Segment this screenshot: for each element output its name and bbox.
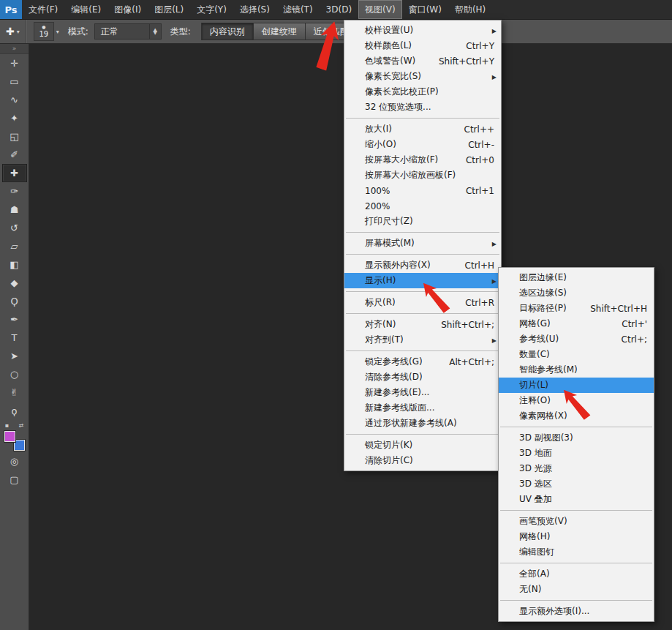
- default-colors-icon[interactable]: ▪: [5, 422, 9, 429]
- blur-tool[interactable]: ◆: [2, 274, 27, 292]
- show-submenu-item[interactable]: 目标路径(P)Shift+Ctrl+H: [499, 301, 654, 316]
- panel-collapse-icon[interactable]: »: [0, 44, 29, 54]
- view-menu-item[interactable]: 通过形状新建参考线(A): [344, 416, 501, 431]
- view-menu-item-label: 缩小(O): [365, 138, 396, 151]
- view-menu-item[interactable]: 清除切片(C): [344, 453, 501, 468]
- menubar-item[interactable]: 图层(L): [148, 0, 190, 19]
- show-submenu-item[interactable]: 网格(H): [499, 529, 654, 544]
- gradient-tool[interactable]: ◧: [2, 255, 27, 274]
- quick-selection-tool[interactable]: ✦: [2, 109, 27, 127]
- eyedropper-tool[interactable]: ✐: [2, 146, 27, 164]
- background-color-swatch[interactable]: [14, 440, 25, 451]
- view-menu-item[interactable]: 像素长宽比(S)▶: [344, 69, 501, 84]
- show-submenu-item-label: 网格(G): [519, 318, 551, 330]
- eraser-tool[interactable]: ▱: [2, 237, 27, 255]
- show-submenu-item[interactable]: 选区边缘(S): [499, 285, 654, 301]
- view-menu-item-label: 200%: [365, 201, 390, 211]
- show-submenu-item[interactable]: 编辑图钉: [499, 544, 654, 560]
- show-submenu-item[interactable]: 数量(C): [499, 347, 654, 362]
- foreground-color-swatch[interactable]: [4, 431, 15, 442]
- history-brush-tool[interactable]: ↺: [2, 219, 27, 237]
- brush-tool[interactable]: ✑: [2, 182, 27, 200]
- menubar-item[interactable]: 选择(S): [233, 0, 276, 19]
- show-submenu-item[interactable]: 全部(A): [499, 566, 654, 582]
- menubar-item[interactable]: 图像(I): [107, 0, 148, 19]
- view-menu-item[interactable]: 清除参考线(D): [344, 370, 501, 385]
- view-menu-item[interactable]: 32 位预览选项...: [344, 100, 501, 115]
- menubar-item[interactable]: 帮助(H): [448, 0, 492, 19]
- view-menu-item[interactable]: 色域警告(W)Shift+Ctrl+Y: [344, 53, 501, 69]
- view-menu-item[interactable]: 放大(I)Ctrl++: [344, 121, 501, 137]
- show-submenu-item[interactable]: 3D 地面: [499, 446, 654, 461]
- view-menu-item[interactable]: 缩小(O)Ctrl+-: [344, 137, 501, 152]
- view-menu-item[interactable]: 屏幕模式(M)▶: [344, 236, 501, 251]
- shortcut-label: Alt+Ctrl+;: [437, 357, 494, 367]
- view-menu-item[interactable]: 校样设置(U)▶: [344, 23, 501, 38]
- spot-healing-brush-tool[interactable]: ✚: [2, 164, 27, 182]
- pen-tool[interactable]: ✒: [2, 310, 27, 329]
- hand-tool[interactable]: ✌: [2, 383, 27, 402]
- dodge-tool-icon: Ϙ: [10, 296, 18, 307]
- show-submenu-item-label: 选区边缘(S): [519, 287, 567, 299]
- tool-preset-picker[interactable]: ✚ ▾: [0, 20, 26, 43]
- show-submenu-item[interactable]: 画笔预览(V): [499, 514, 654, 529]
- zoom-tool[interactable]: ϙ: [2, 402, 27, 420]
- show-submenu-item[interactable]: UV 叠加: [499, 492, 654, 507]
- show-submenu-item[interactable]: 3D 选区: [499, 476, 654, 492]
- mode-dropdown[interactable]: 正常 ▲▼: [94, 23, 162, 40]
- show-submenu-item[interactable]: 3D 副视图(3): [499, 430, 654, 446]
- spinner-arrows-icon[interactable]: ▲▼: [149, 24, 161, 39]
- menubar-item[interactable]: 滤镜(T): [276, 0, 320, 19]
- show-submenu-item[interactable]: 3D 光源: [499, 461, 654, 476]
- show-submenu-item-label: 参考线(U): [519, 333, 559, 345]
- view-menu-item[interactable]: 按屏幕大小缩放画板(F): [344, 168, 501, 183]
- menubar-item[interactable]: 编辑(E): [64, 0, 107, 19]
- view-menu-item-label: 清除参考线(D): [365, 371, 423, 383]
- view-menu-item[interactable]: 对齐(N)Shift+Ctrl+;: [344, 317, 501, 332]
- menubar-item[interactable]: 3D(D): [320, 0, 358, 19]
- menubar-item[interactable]: 视图(V): [358, 0, 402, 19]
- brush-size-picker[interactable]: ● 19 ▾: [34, 22, 59, 41]
- type-button[interactable]: 内容识别: [201, 23, 254, 40]
- path-selection-tool[interactable]: ➤: [2, 347, 27, 365]
- brush-tool-icon: ✑: [10, 186, 18, 197]
- dodge-tool[interactable]: Ϙ: [2, 292, 27, 310]
- show-submenu-item[interactable]: 智能参考线(M): [499, 362, 654, 378]
- show-submenu-item[interactable]: 图层边缘(E): [499, 270, 654, 285]
- view-menu-item[interactable]: 锁定切片(K): [344, 438, 501, 453]
- view-menu-item[interactable]: 新建参考线版面...: [344, 400, 501, 416]
- view-menu-item-label: 标尺(R): [365, 296, 396, 309]
- view-menu-item[interactable]: 显示额外内容(X)Ctrl+H: [344, 258, 501, 273]
- crop-tool[interactable]: ◱: [2, 127, 27, 146]
- move-tool[interactable]: ✛: [2, 54, 27, 72]
- show-submenu-item[interactable]: 无(N): [499, 582, 654, 597]
- type-label: 类型:: [170, 26, 191, 38]
- swap-colors-icon[interactable]: ⇄: [19, 422, 24, 429]
- view-menu-item[interactable]: 新建参考线(E)...: [344, 385, 501, 400]
- view-menu-item[interactable]: 锁定参考线(G)Alt+Ctrl+;: [344, 354, 501, 370]
- lasso-tool[interactable]: ∿: [2, 91, 27, 109]
- type-tool[interactable]: T: [2, 329, 27, 347]
- ellipse-tool[interactable]: ○: [2, 365, 27, 383]
- view-menu-item[interactable]: 校样颜色(L)Ctrl+Y: [344, 38, 501, 53]
- show-submenu-item[interactable]: 网格(G)Ctrl+': [499, 316, 654, 331]
- view-menu-item-label: 像素长宽比校正(P): [365, 86, 439, 98]
- type-button[interactable]: 创建纹理: [253, 23, 306, 40]
- shortcut-label: Ctrl+1: [454, 186, 494, 196]
- view-menu-item[interactable]: 像素长宽比校正(P): [344, 84, 501, 100]
- quick-mask-tool[interactable]: ◎: [2, 452, 27, 470]
- view-menu-item[interactable]: 打印尺寸(Z): [344, 214, 501, 229]
- menubar-item[interactable]: 文字(Y): [190, 0, 233, 19]
- view-menu-item[interactable]: 对齐到(T)▶: [344, 332, 501, 348]
- view-menu-item[interactable]: 200%: [344, 198, 501, 214]
- rectangular-marquee-tool[interactable]: ▭: [2, 72, 27, 91]
- menubar-item[interactable]: 文件(F): [22, 0, 64, 19]
- menubar-item[interactable]: 窗口(W): [402, 0, 448, 19]
- clone-stamp-tool[interactable]: ☗: [2, 200, 27, 219]
- view-menu-item[interactable]: 按屏幕大小缩放(F)Ctrl+0: [344, 152, 501, 168]
- screen-mode-tool[interactable]: ▢: [2, 470, 27, 489]
- show-submenu-item[interactable]: 显示额外选项(I)...: [499, 604, 654, 619]
- show-submenu-item[interactable]: 参考线(U)Ctrl+;: [499, 331, 654, 347]
- view-menu-item[interactable]: 100%Ctrl+1: [344, 183, 501, 198]
- view-menu-item-label: 通过形状新建参考线(A): [365, 417, 457, 430]
